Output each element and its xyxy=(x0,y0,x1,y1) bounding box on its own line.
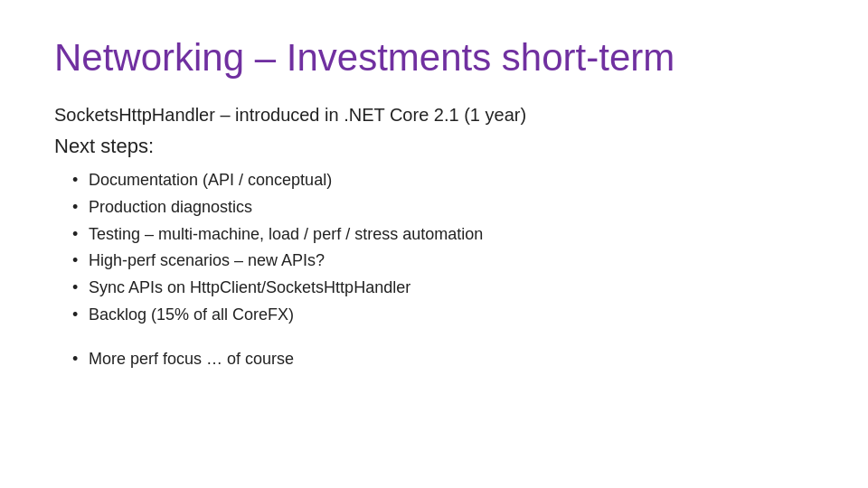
next-steps-label: Next steps: xyxy=(54,135,814,158)
extra-bullet-item: More perf focus … of course xyxy=(72,346,814,373)
slide-title: Networking – Investments short-term xyxy=(54,36,814,80)
subtitle: SocketsHttpHandler – introduced in .NET … xyxy=(54,105,814,126)
list-item: Documentation (API / conceptual) xyxy=(72,167,814,194)
extra-bullet-list: More perf focus … of course xyxy=(72,346,814,373)
list-item: Testing – multi-machine, load / perf / s… xyxy=(72,221,814,249)
list-item: Production diagnostics xyxy=(72,194,814,221)
list-item: High-perf scenarios – new APIs? xyxy=(72,248,814,275)
bullet-list: Documentation (API / conceptual)Producti… xyxy=(72,167,814,328)
list-item: Sync APIs on HttpClient/SocketsHttpHandl… xyxy=(72,275,814,302)
slide: Networking – Investments short-term Sock… xyxy=(0,0,868,488)
list-item: Backlog (15% of all CoreFX) xyxy=(72,302,814,329)
